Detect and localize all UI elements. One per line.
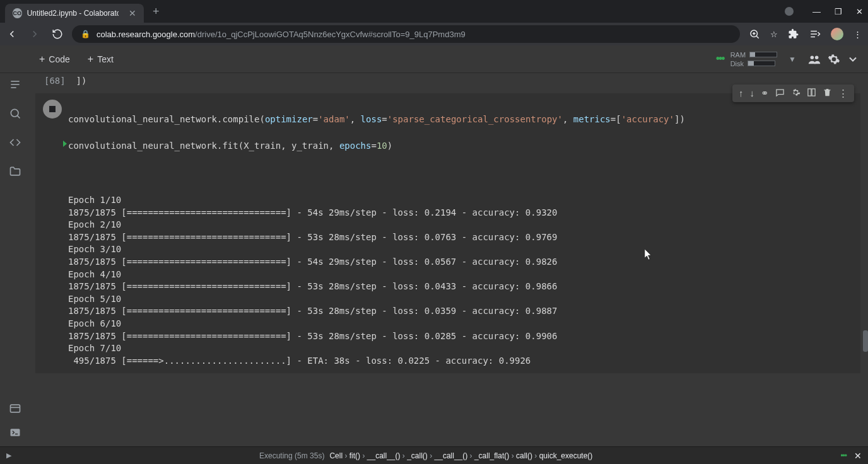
move-cell-down-icon[interactable]: ↓	[750, 88, 755, 99]
ram-meter	[749, 52, 777, 57]
colab-toolbar: + Code + Text ••• RAM Disk ▼	[0, 45, 868, 73]
terminal-icon[interactable]	[9, 426, 21, 439]
share-button[interactable]	[807, 52, 821, 66]
svg-point-8	[815, 55, 819, 59]
search-icon[interactable]	[9, 107, 21, 120]
link-cell-icon[interactable]: ⚭	[761, 88, 769, 99]
cell-menu-icon[interactable]: ⋮	[838, 88, 848, 99]
move-cell-up-icon[interactable]: ↑	[739, 88, 744, 99]
maximize-button[interactable]: ❐	[835, 7, 842, 16]
svg-line-1	[756, 36, 759, 38]
svg-point-12	[11, 109, 18, 117]
status-bar: ▶ Executing (5m 35s) Cell › fit() › __ca…	[0, 446, 868, 464]
add-code-label: Code	[49, 54, 69, 64]
cell-settings-icon[interactable]	[791, 88, 801, 99]
call-stack: Cell › fit() › __call__() › _call() › __…	[329, 451, 592, 460]
runtime-menu-caret[interactable]: ▼	[789, 55, 796, 64]
close-status-icon[interactable]: ✕	[854, 451, 862, 461]
lock-icon: 🔒	[81, 30, 90, 38]
stop-execution-button[interactable]	[43, 100, 62, 119]
account-dot-icon[interactable]	[785, 7, 794, 16]
zoom-icon[interactable]	[749, 28, 760, 40]
browser-toolbar: 🔒 colab.research.google.com/drive/1o_qjC…	[0, 23, 868, 45]
disk-meter	[748, 61, 775, 66]
browser-titlebar: CO Untitled2.ipynb - Colaboratory ✕ + — …	[0, 0, 868, 23]
status-dots-icon: •••	[840, 451, 847, 460]
executing-status: Executing (5m 35s)	[259, 451, 324, 460]
nav-buttons	[6, 28, 63, 40]
profile-avatar[interactable]	[831, 28, 843, 40]
plus-icon: +	[88, 54, 93, 65]
minimize-button[interactable]: —	[812, 7, 821, 16]
status-expand-icon[interactable]: ▶	[6, 451, 11, 460]
plus-icon: +	[39, 54, 45, 65]
toolbar-right: ☆ ⋮	[749, 28, 862, 40]
exec-count: [68]	[44, 76, 66, 86]
ram-label: RAM	[730, 51, 746, 59]
forward-button[interactable]	[29, 28, 40, 40]
left-sidebar	[0, 73, 30, 446]
cell-output: Epoch 1/10 1875/1875 [==================…	[35, 183, 860, 373]
browser-tab[interactable]: CO Untitled2.ipynb - Colaboratory ✕	[5, 4, 144, 23]
files-icon[interactable]	[9, 165, 21, 178]
url-text: colab.research.google.com/drive/1o_qjCcP…	[97, 30, 466, 39]
svg-rect-19	[812, 89, 815, 96]
prev-cell-code: ])	[76, 76, 87, 86]
reload-button[interactable]	[52, 28, 63, 40]
delete-cell-icon[interactable]	[823, 88, 832, 99]
code-editor[interactable]: convolutional_neural_network.compile(opt…	[68, 100, 860, 179]
back-button[interactable]	[6, 28, 18, 40]
active-cell[interactable]: ↑ ↓ ⚭ ⋮	[35, 93, 860, 373]
close-tab-icon[interactable]: ✕	[129, 8, 136, 18]
address-bar[interactable]: 🔒 colab.research.google.com/drive/1o_qjC…	[72, 25, 740, 43]
svg-rect-14	[11, 405, 20, 412]
notebook-area[interactable]: [68] ]) ↑ ↓ ⚭ ⋮	[30, 73, 868, 446]
variables-icon[interactable]	[9, 402, 21, 415]
mirror-cell-icon[interactable]	[807, 88, 816, 99]
scrollbar-thumb[interactable]	[863, 330, 868, 352]
comment-icon[interactable]	[775, 88, 785, 99]
stop-icon	[49, 106, 56, 112]
new-tab-button[interactable]: +	[153, 5, 160, 18]
window-controls: — ❐ ✕	[785, 7, 863, 16]
add-text-label: Text	[97, 54, 114, 64]
add-text-button[interactable]: + Text	[84, 51, 117, 67]
close-window-button[interactable]: ✕	[856, 7, 863, 16]
workspace: [68] ]) ↑ ↓ ⚭ ⋮	[0, 73, 868, 446]
svg-rect-18	[808, 89, 811, 96]
snippets-icon[interactable]	[9, 136, 21, 149]
settings-button[interactable]	[828, 53, 840, 66]
svg-point-7	[811, 55, 814, 59]
reading-list-icon[interactable]	[809, 28, 821, 40]
add-code-button[interactable]: + Code	[35, 51, 74, 67]
expand-menu-button[interactable]	[847, 53, 859, 66]
bookmark-icon[interactable]: ☆	[770, 30, 778, 39]
tab-title: Untitled2.ipynb - Colaboratory	[27, 9, 119, 18]
resource-meter[interactable]: RAM Disk	[730, 51, 777, 67]
toc-icon[interactable]	[9, 78, 21, 91]
extensions-icon[interactable]	[788, 28, 799, 40]
chrome-menu-icon[interactable]: ⋮	[853, 30, 862, 39]
connection-status-icon: •••	[716, 52, 724, 66]
svg-rect-16	[11, 429, 20, 436]
svg-line-13	[17, 115, 20, 118]
colab-favicon: CO	[13, 8, 22, 18]
disk-label: Disk	[730, 60, 744, 67]
